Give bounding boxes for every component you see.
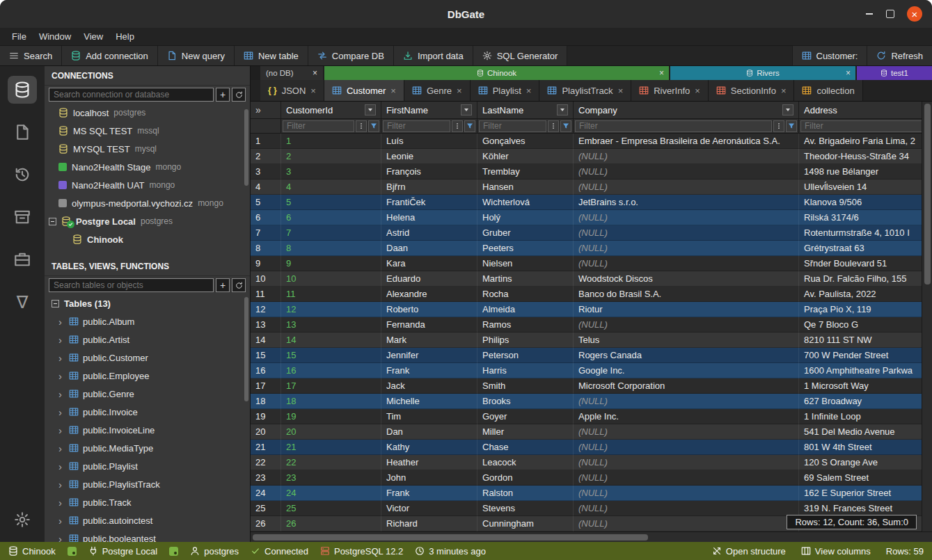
tab-genre[interactable]: Genre [404,80,471,101]
cell-company[interactable]: (NULL) [574,256,799,271]
filter-input-customerid[interactable] [283,120,354,132]
table-row[interactable]: 16 16 Frank Harris Google Inc. 1600 Amph… [251,363,932,378]
cell-address[interactable]: 1600 Amphitheatre Parkwa [799,363,932,378]
tab-playlist[interactable]: Playlist [471,80,540,101]
chevron-down-icon[interactable] [782,104,793,115]
cell-customerid[interactable]: 18 [281,394,381,409]
table-row[interactable]: 15 15 Jennifer Peterson Rogers Canada 70… [251,348,932,363]
row-number[interactable]: 22 [251,455,281,470]
filter-input-lastname[interactable] [479,120,546,132]
cell-address[interactable]: Praça Pio X, 119 [799,302,932,317]
row-number[interactable]: 8 [251,241,281,256]
cell-company[interactable]: (NULL) [574,394,799,409]
connection-item-localhost[interactable]: localhostpostgres [45,104,250,122]
horizontal-scrollbar[interactable] [251,531,932,542]
vertical-scrollbar[interactable] [922,102,932,531]
cell-lastname[interactable]: Stevens [477,501,574,516]
cell-company[interactable]: (NULL) [574,149,799,164]
cell-company[interactable]: (NULL) [574,486,799,501]
close-icon[interactable] [313,68,317,78]
cell-customerid[interactable]: 17 [281,378,381,394]
connection-item-mssql-test[interactable]: MS SQL TESTmssql [45,122,250,140]
row-number[interactable]: 3 [251,164,281,179]
cell-company[interactable]: (NULL) [574,164,799,179]
row-number[interactable]: 13 [251,317,281,333]
connections-scrollbar[interactable] [244,109,248,186]
row-number[interactable]: 1 [251,134,281,149]
close-icon[interactable] [457,86,462,96]
cell-customerid[interactable]: 14 [281,333,381,348]
table-row[interactable]: 3 3 François Tremblay (NULL) 1498 rue Bé… [251,164,932,179]
cell-firstname[interactable]: Jack [381,378,477,394]
cell-firstname[interactable]: Dan [381,424,477,440]
cell-firstname[interactable]: François [381,164,477,179]
row-number[interactable]: 16 [251,363,281,378]
cell-company[interactable]: Banco do Brasil S.A. [574,287,799,302]
chevron-right-icon[interactable] [58,317,65,327]
cell-lastname[interactable]: Wichterlová [477,195,574,210]
table-list-item[interactable]: public.Customer [45,349,250,367]
cell-firstname[interactable]: Heather [381,455,477,470]
cell-firstname[interactable]: John [381,470,477,486]
cell-lastname[interactable]: Harris [477,363,574,378]
cell-company[interactable]: (NULL) [574,440,799,455]
cell-lastname[interactable]: Peeters [477,241,574,256]
status-connection[interactable]: Postgre Local [88,546,158,557]
filter-funnel-button[interactable] [786,120,797,132]
cell-customerid[interactable]: 23 [281,470,381,486]
connection-item-mysql-test[interactable]: MYSQL TESTmysql [45,140,250,158]
connection-item-postgre-local[interactable]: Postgre Local postgres [45,212,250,230]
chevron-down-icon[interactable] [557,104,568,115]
cell-customerid[interactable]: 22 [281,455,381,470]
menu-item[interactable]: View [77,28,109,45]
cell-customerid[interactable]: 15 [281,348,381,363]
table-list-item[interactable]: public.InvoiceLine [45,421,250,439]
menu-item[interactable]: Help [109,28,141,45]
menu-item[interactable]: Window [33,28,77,45]
cell-lastname[interactable]: Gruber [477,225,574,241]
add-connection-small-button[interactable] [216,88,230,102]
sidebar-item-files[interactable] [8,118,37,146]
cell-company[interactable]: Rogers Canada [574,348,799,363]
cell-address[interactable]: 1 Infinite Loop [799,409,932,424]
table-row[interactable]: 14 14 Mark Philips Telus 8210 111 ST NW [251,333,932,348]
cell-address[interactable]: 700 W Pender Street [799,348,932,363]
tables-search-input[interactable] [49,278,214,292]
tab-sectioninfo[interactable]: SectionInfo [709,80,795,101]
table-list-item[interactable]: public.Invoice [45,403,250,421]
cell-company[interactable]: (NULL) [574,470,799,486]
cell-customerid[interactable]: 3 [281,164,381,179]
scrollbar-thumb[interactable] [253,534,648,541]
cell-lastname[interactable]: Ralston [477,486,574,501]
row-number[interactable]: 20 [251,424,281,440]
table-row[interactable]: 10 10 Eduardo Martins Woodstock Discos R… [251,271,932,287]
table-list-item[interactable]: public.Playlist [45,457,250,475]
cell-address[interactable]: 319 N. Frances Street [799,501,932,516]
cell-address[interactable]: Rilská 3174/6 [799,210,932,225]
scrollbar-thumb[interactable] [924,104,931,285]
cell-customerid[interactable]: 26 [281,516,381,531]
cell-address[interactable]: 1 Microsoft Way [799,378,932,394]
cell-address[interactable]: 801 W 4th Street [799,440,932,455]
cell-firstname[interactable]: Helena [381,210,477,225]
cell-company[interactable]: (NULL) [574,455,799,470]
close-icon[interactable] [618,86,624,96]
cell-lastname[interactable]: Smith [477,378,574,394]
db-group-chinook[interactable]: Chinook [324,66,670,80]
row-number[interactable]: 24 [251,486,281,501]
cell-lastname[interactable]: Peterson [477,348,574,363]
table-row[interactable]: 2 2 Leonie Köhler (NULL) Theodor-Heuss-S… [251,149,932,164]
cell-customerid[interactable]: 7 [281,225,381,241]
chevron-right-icon[interactable] [58,353,65,363]
close-icon[interactable] [846,68,851,78]
cell-customerid[interactable]: 21 [281,440,381,455]
database-item-chinook[interactable]: Chinook [45,230,250,248]
row-number[interactable]: 23 [251,470,281,486]
row-number[interactable]: 12 [251,302,281,317]
cell-address[interactable]: 8210 111 ST NW [799,333,932,348]
chevron-down-icon[interactable] [461,104,472,115]
sql-generator-button[interactable]: SQL Generator [473,46,568,65]
cell-lastname[interactable]: Cunningham [477,516,574,531]
cell-customerid[interactable]: 25 [281,501,381,516]
column-header-address[interactable]: Address [799,102,932,118]
